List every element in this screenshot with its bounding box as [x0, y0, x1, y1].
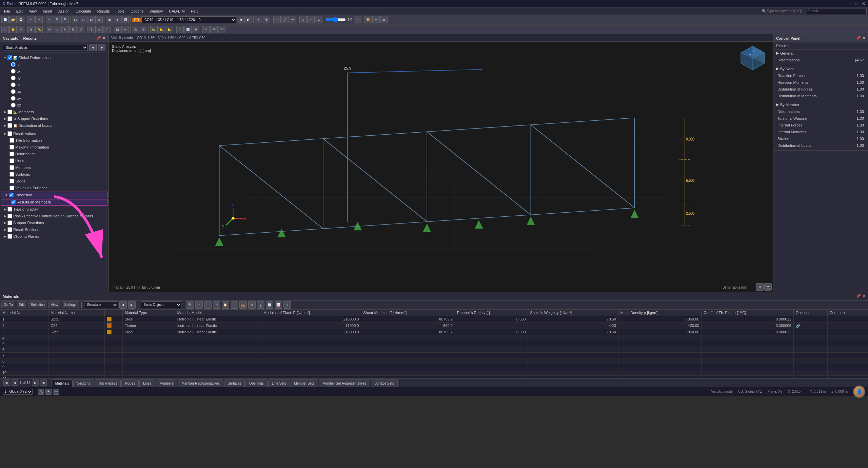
menu-insert[interactable]: Insert	[40, 8, 55, 14]
tb-add[interactable]: ✕	[255, 16, 262, 23]
tb-z[interactable]: Z	[315, 16, 322, 23]
tab-member-sets[interactable]: Member Sets	[291, 379, 318, 387]
nav-result-values-check[interactable]	[7, 131, 12, 136]
close-button[interactable]: ✕	[862, 1, 865, 6]
nav-results-members-check[interactable]	[11, 200, 16, 204]
tb2-section[interactable]: ▤	[114, 26, 121, 33]
nav-result-values[interactable]: ▶ Result Values	[0, 130, 108, 137]
tb2-eye[interactable]: 👁	[210, 26, 218, 33]
nav-support-reactions[interactable]: ▶ ⚙ Support Reactions	[0, 115, 108, 122]
table-row[interactable]: 11	[0, 376, 868, 378]
nav-uz-radio[interactable]	[11, 82, 16, 87]
structure-combo[interactable]: Structure	[84, 301, 118, 308]
table-row[interactable]: 9	[0, 364, 868, 370]
tb-tools2[interactable]: ⚙	[263, 16, 270, 23]
tab-sections[interactable]: Sections	[73, 379, 94, 387]
tb2-dz[interactable]: 📐	[166, 26, 173, 33]
nav-values-surfaces-check[interactable]	[9, 186, 14, 190]
menu-assign[interactable]: Assign	[56, 8, 72, 14]
tb2-load[interactable]: ⤵	[87, 26, 95, 33]
tab-member-reps[interactable]: Member Representatives	[178, 379, 223, 387]
menu-results[interactable]: Results	[95, 8, 113, 14]
control-panel-close[interactable]: ✕	[862, 36, 865, 40]
bt-del-row[interactable]: −	[204, 301, 212, 309]
bt-add-row[interactable]: +	[195, 301, 203, 309]
nav-lines[interactable]: Lines	[0, 157, 108, 164]
nav-ribs[interactable]: ▶ Ribs - Effective Contribution on Surfa…	[0, 213, 108, 219]
nav-solids-check[interactable]	[9, 179, 14, 183]
nav-support-reactions-2[interactable]: ▶ Support Reactions	[0, 219, 108, 226]
view-button[interactable]: View	[48, 301, 61, 308]
tab-member-set-reps[interactable]: Member Set Representatives	[319, 379, 370, 387]
tab-materials[interactable]: Materials	[52, 379, 73, 387]
navigator-pin[interactable]: 📌	[96, 36, 101, 40]
tab-members[interactable]: Members	[156, 379, 177, 387]
nav-title-info-check[interactable]	[9, 138, 14, 143]
page-last[interactable]: ⏭	[40, 379, 47, 386]
nav-phiy[interactable]: φy	[0, 95, 108, 102]
bt-prev[interactable]: ◀	[119, 301, 127, 309]
nav-support-r2-check[interactable]	[7, 220, 12, 225]
tb-open[interactable]: 📂	[9, 16, 17, 23]
tb2-pointer[interactable]: ↖	[1, 26, 9, 33]
settings-button[interactable]: Settings	[62, 301, 79, 308]
tb-solid[interactable]: ■	[114, 16, 121, 23]
table-row[interactable]: 7	[0, 353, 868, 358]
tb2-refresh[interactable]: 🔄	[184, 26, 192, 33]
navigator-close[interactable]: ✕	[102, 36, 105, 40]
tb-grid[interactable]: ⊞	[380, 16, 388, 23]
tb-redo[interactable]: ↪	[35, 16, 43, 23]
user-avatar[interactable]: 👤	[853, 386, 865, 398]
tb2-x-btn[interactable]: ✕	[202, 26, 210, 33]
menu-cad-bim[interactable]: CAD-BIM	[166, 8, 187, 14]
tb2-measure[interactable]: 📏	[35, 26, 43, 33]
tb2-l[interactable]: L	[54, 26, 61, 33]
tb-new[interactable]: 📄	[1, 16, 9, 23]
tb2-show-all[interactable]: ⊙	[140, 26, 147, 33]
coordinate-system-select[interactable]: 1 - Global XYZ	[3, 389, 33, 395]
tb-node[interactable]: •	[273, 16, 281, 23]
tb-front[interactable]: Fr	[80, 16, 87, 23]
tb-zoom-in[interactable]: 🔍	[54, 16, 61, 23]
tb2-cut[interactable]: ✂	[121, 26, 129, 33]
nav-distribution-check[interactable]	[7, 123, 12, 128]
selection-button[interactable]: Selection	[28, 301, 47, 308]
tab-thicknesses[interactable]: Thicknesses	[95, 379, 121, 387]
table-row[interactable]: 6	[0, 347, 868, 353]
tb-y[interactable]: Y	[307, 16, 315, 23]
tb2-pan[interactable]: ✋	[9, 26, 17, 33]
tb-wire[interactable]: ▣	[106, 16, 113, 23]
tb-color[interactable]: 🎨	[364, 16, 372, 23]
nav-ux[interactable]: ux	[0, 68, 108, 75]
nav-support-reactions-check[interactable]	[7, 116, 12, 121]
control-panel-pin[interactable]: 📌	[856, 36, 861, 40]
table-row[interactable]: 10	[0, 370, 868, 376]
bt-chart[interactable]: 📊	[275, 301, 282, 309]
table-row[interactable]: 3 S355 Steel Isotropic | Linear Elastic …	[0, 329, 868, 335]
scale-slider[interactable]	[326, 17, 346, 22]
nav-results-on-members[interactable]: Results on Members	[1, 199, 107, 206]
nav-phix[interactable]: φx	[0, 88, 108, 95]
nav-uy[interactable]: uy	[0, 75, 108, 81]
tb-load-combo[interactable]: CO10: 1.35 * LC10 + 1.50 * LC20 + 0...	[141, 16, 236, 23]
tb-side[interactable]: Si	[87, 16, 95, 23]
nav-next-btn[interactable]: ▶	[98, 44, 105, 51]
menu-edit[interactable]: Edit	[14, 8, 25, 14]
tb2-isolate[interactable]: ◎	[132, 26, 139, 33]
table-row[interactable]: 2 C24 Timber Isotropic | Linear Elastic …	[0, 323, 868, 329]
status-icon1[interactable]: 🔧	[38, 389, 44, 395]
nav-lines-check[interactable]	[9, 158, 14, 163]
bt-next[interactable]: ▶	[128, 301, 136, 309]
page-next[interactable]: ▶	[32, 379, 39, 386]
table-row[interactable]: 5	[0, 341, 868, 347]
tab-line-sets[interactable]: Line Sets	[268, 379, 290, 387]
nav-global-deformations[interactable]: ▼ 📊 Global Deformations	[0, 54, 108, 61]
viewport-screenshot-btn[interactable]: 📷	[764, 283, 772, 291]
menu-calculate[interactable]: Calculate	[73, 8, 94, 14]
bt-copy[interactable]: ⎘	[213, 301, 220, 309]
viewport-fit-btn[interactable]: ⊕	[756, 283, 764, 291]
nav-values-on-surfaces[interactable]: Values on Surfaces	[0, 184, 108, 191]
tb-deform[interactable]: ≈	[354, 16, 361, 23]
menu-window[interactable]: Window	[147, 8, 165, 14]
nav-result-sections[interactable]: ▶ Result Sections	[0, 226, 108, 233]
